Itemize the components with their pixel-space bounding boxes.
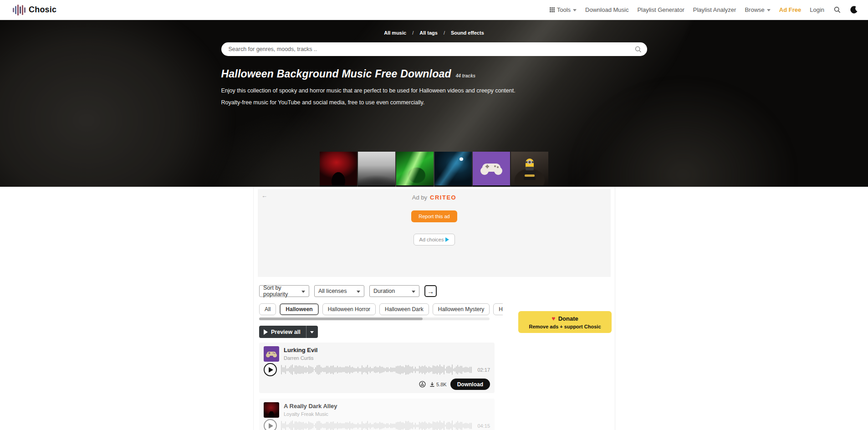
play-icon — [269, 423, 273, 429]
dark-thumbnail — [358, 152, 395, 185]
chevron-down-icon — [412, 291, 415, 293]
ad-back-arrow-icon[interactable]: ← — [261, 192, 267, 199]
track-duration: 04:15 — [475, 423, 490, 429]
chevron-down-icon — [310, 331, 314, 333]
ad-by-label: Ad by CRITEO — [412, 194, 456, 201]
category-tile-dark[interactable]: Dark — [358, 152, 395, 187]
ad-choices-button[interactable]: Ad choices — [414, 234, 455, 246]
track-row: A Really Dark Alley Loyalty Freak Music … — [259, 399, 495, 430]
breadcrumb-all-tags[interactable]: All tags — [419, 30, 438, 36]
play-button[interactable] — [264, 363, 277, 376]
tags-scrollbar-track — [259, 317, 490, 320]
duration-select[interactable]: Duration — [369, 285, 419, 297]
page-description-line1: Enjoy this collection of spooky and horr… — [221, 88, 647, 94]
criteo-logo: CRITEO — [430, 194, 456, 201]
gamepad-icon — [480, 161, 503, 176]
track-title[interactable]: Lurking Evil — [284, 347, 317, 353]
page-title: Halloween Background Music Free Download — [221, 68, 451, 80]
waveform[interactable] — [281, 420, 472, 430]
breadcrumb-all-music[interactable]: All music — [384, 30, 406, 36]
tag-all[interactable]: All — [259, 303, 276, 315]
advertisement-container: ← Ad by CRITEO Report this ad Ad choices — [258, 189, 611, 277]
adchoices-icon — [445, 237, 449, 242]
track-cover-art — [264, 402, 279, 418]
top-navbar: Chosic Tools Download Music Playlist Gen… — [0, 0, 868, 20]
filter-bar: Sort by popularity All licenses Duration… — [259, 285, 611, 297]
chevron-down-icon — [573, 9, 577, 11]
track-row: Lurking Evil Darren Curtis 02:17 5.8K Do… — [259, 343, 495, 393]
chosic-logo[interactable]: Chosic — [13, 5, 56, 15]
category-tile-cartoon[interactable]: Cartoon — [511, 152, 548, 187]
minion-figure — [523, 157, 536, 180]
preview-all-button[interactable]: Preview all — [259, 329, 306, 335]
mystery-thumbnail — [396, 152, 434, 185]
cinematic-thumbnail — [434, 152, 472, 185]
download-icon — [429, 382, 435, 387]
play-button[interactable] — [264, 419, 277, 430]
track-artist[interactable]: Darren Curtis — [284, 355, 317, 361]
chevron-down-icon — [357, 291, 360, 293]
tag-pills: All Halloween Halloween Horror Halloween… — [259, 303, 503, 315]
license-select[interactable]: All licenses — [314, 285, 364, 297]
hero-banner: All music / All tags / Sound effects Hal… — [0, 20, 868, 187]
breadcrumb-sound-effects[interactable]: Sound effects — [451, 30, 484, 36]
track-artist[interactable]: Loyalty Freak Music — [284, 411, 337, 417]
nav-item-playlist-generator[interactable]: Playlist Generator — [637, 6, 684, 13]
logo-text: Chosic — [29, 5, 56, 15]
donate-subtitle: Remove ads + support Chosic — [529, 324, 601, 329]
search-submit-icon[interactable] — [635, 46, 642, 53]
tags-scrollbar-thumb[interactable] — [259, 317, 423, 320]
play-icon — [269, 367, 273, 373]
search-icon[interactable] — [833, 6, 841, 14]
category-tile-horror[interactable]: Horror — [320, 152, 357, 187]
nav-item-download-music[interactable]: Download Music — [585, 6, 628, 13]
track-duration: 02:17 — [475, 367, 490, 373]
nav-item-playlist-analyzer[interactable]: Playlist Analyzer — [693, 6, 736, 13]
preview-options-caret[interactable] — [306, 326, 318, 338]
category-tile-games[interactable]: Games — [473, 152, 510, 187]
preview-all-button-group: Preview all — [259, 326, 318, 338]
waveform[interactable] — [281, 363, 472, 376]
heart-icon: ♥ — [551, 315, 555, 322]
nav-item-tools[interactable]: Tools — [550, 6, 577, 13]
nav-item-ad-free[interactable]: Ad Free — [779, 6, 801, 13]
tag-halloween-cinematic[interactable]: Halloween Cinematic — [493, 303, 503, 315]
track-cover-art — [264, 346, 279, 362]
page-description-line2: Royalty-free music for YouTube and socia… — [221, 100, 647, 106]
nav-menu: Tools Download Music Playlist Generator … — [550, 6, 858, 14]
track-title[interactable]: A Really Dark Alley — [284, 403, 337, 410]
tag-halloween-horror[interactable]: Halloween Horror — [322, 303, 376, 315]
main-content: ← Ad by CRITEO Report this ad Ad choices… — [253, 187, 615, 430]
grid-icon — [550, 7, 555, 12]
category-tile-mystery[interactable]: Mystery — [396, 152, 434, 187]
category-tile-cinematic[interactable]: Cinematic — [434, 152, 472, 187]
dark-mode-moon-icon[interactable] — [850, 6, 858, 14]
download-count: 5.8K — [429, 382, 447, 387]
donate-button[interactable]: ♥ Donate Remove ads + support Chosic — [518, 311, 612, 333]
chevron-down-icon — [767, 9, 771, 11]
apply-filters-button[interactable]: → — [424, 285, 437, 297]
horror-thumbnail — [320, 152, 357, 185]
breadcrumb: All music / All tags / Sound effects — [221, 20, 647, 36]
download-button[interactable]: Download — [450, 379, 490, 390]
gamepad-icon — [266, 350, 277, 358]
search-bar — [221, 42, 647, 56]
nav-item-login[interactable]: Login — [810, 6, 824, 13]
category-tiles: Horror Dark Mystery Cinematic Games — [0, 152, 868, 187]
games-thumbnail — [473, 152, 510, 185]
play-icon — [264, 329, 268, 335]
attribution-icon[interactable] — [419, 381, 426, 388]
cartoon-thumbnail — [511, 152, 548, 185]
equalizer-logo-icon — [13, 5, 26, 15]
tag-halloween-mystery[interactable]: Halloween Mystery — [433, 303, 490, 315]
search-input[interactable] — [229, 46, 635, 52]
chevron-down-icon — [301, 291, 305, 293]
sort-select[interactable]: Sort by popularity — [259, 285, 309, 297]
tag-halloween-dark[interactable]: Halloween Dark — [379, 303, 429, 315]
nav-item-browse[interactable]: Browse — [745, 6, 770, 13]
tag-halloween[interactable]: Halloween — [280, 303, 318, 315]
track-count: 44 tracks — [456, 73, 475, 78]
report-ad-button[interactable]: Report this ad — [411, 210, 457, 222]
